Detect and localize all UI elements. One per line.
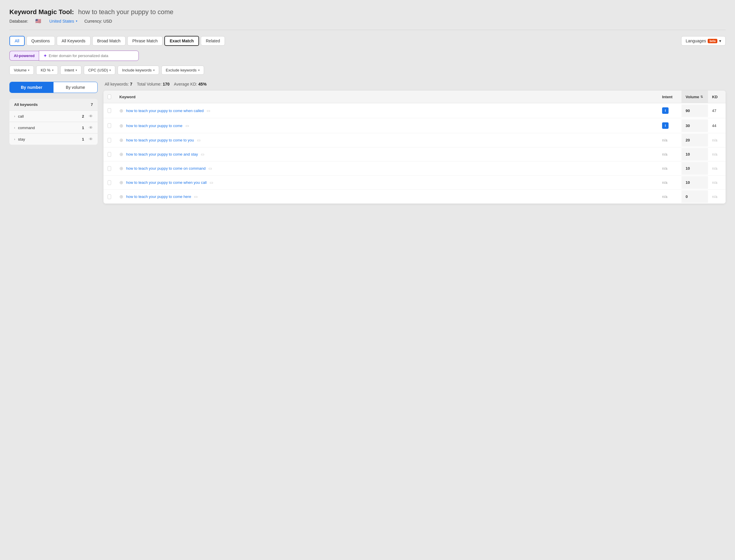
kd-cell: 44: [708, 119, 726, 132]
chevron-right-icon: ›: [14, 115, 15, 118]
table-row: ⊕ how to teach your puppy to come and st…: [104, 147, 726, 161]
volume-value: 20: [686, 138, 690, 142]
kd-value: n/a: [712, 152, 717, 156]
keyword-text: how to teach your puppy to come and stay: [126, 152, 198, 156]
keyword-cell: ⊕ how to teach your puppy to come on com…: [115, 161, 658, 175]
volume-cell: 20: [681, 134, 708, 146]
sidebar-item-label: call: [18, 114, 79, 119]
keyword-text: how to teach your puppy to come on comma…: [126, 166, 206, 171]
row-select-checkbox[interactable]: [108, 180, 111, 185]
db-country-link[interactable]: United States ▾: [49, 19, 77, 24]
sort-buttons: By number By volume: [9, 82, 98, 93]
intent-cell: n/a: [658, 162, 681, 175]
page-title: Keyword Magic Tool: how to teach your pu…: [9, 8, 726, 16]
tab-phrase-match[interactable]: Phrase Match: [127, 36, 163, 46]
flag-icon: 🇺🇸: [35, 18, 41, 24]
list-item[interactable]: › command 1 👁: [9, 122, 98, 134]
tab-related[interactable]: Related: [201, 36, 225, 46]
ai-input-wrap[interactable]: ✦: [39, 51, 139, 61]
keyword-link[interactable]: ⊕ how to teach your puppy to come here ▭: [119, 194, 198, 199]
volume-value: 10: [686, 152, 690, 156]
all-keywords-value: 7: [130, 82, 132, 86]
avg-kd-label: Average KD:: [174, 82, 199, 86]
row-checkbox[interactable]: [104, 134, 115, 147]
intent-cell: I: [658, 103, 681, 118]
sidebar-item-count: 1: [82, 126, 84, 130]
keyword-cell: ⊕ how to teach your puppy to come to you…: [115, 133, 658, 147]
keyword-link[interactable]: ⊕ how to teach your puppy to come on com…: [119, 166, 212, 171]
sort-by-volume-button[interactable]: By volume: [54, 82, 97, 93]
intent-na: n/a: [662, 152, 667, 156]
page-icon: ▭: [197, 138, 201, 142]
sidebar-item-count: 2: [82, 114, 84, 119]
db-row: Database: 🇺🇸 United States ▾ Currency: U…: [9, 18, 726, 24]
intent-badge: I: [662, 107, 669, 114]
eye-icon[interactable]: 👁: [89, 114, 93, 119]
add-circle-icon: ⊕: [119, 123, 123, 129]
eye-icon[interactable]: 👁: [89, 125, 93, 130]
row-checkbox[interactable]: [104, 162, 115, 175]
tab-all-keywords[interactable]: All Keywords: [57, 36, 91, 46]
kd-cell: n/a: [708, 134, 726, 146]
keyword-cell: ⊕ how to teach your puppy to come ▭: [115, 119, 658, 133]
filters-row: Volume ▾ KD % ▾ Intent ▾ CPC (USD) ▾ Inc…: [9, 66, 726, 75]
row-checkbox[interactable]: [104, 190, 115, 203]
row-checkbox[interactable]: [104, 148, 115, 161]
intent-cell: n/a: [658, 148, 681, 161]
row-select-checkbox[interactable]: [108, 152, 111, 157]
filter-intent[interactable]: Intent ▾: [60, 66, 82, 75]
select-all-checkbox[interactable]: [108, 94, 111, 99]
kd-value: 44: [712, 124, 716, 128]
tab-languages[interactable]: Languages beta ▾: [681, 36, 726, 46]
keyword-link[interactable]: ⊕ how to teach your puppy to come when c…: [119, 108, 210, 114]
table-header: Keyword Intent Volume ⇅ KD: [104, 91, 726, 103]
keyword-link[interactable]: ⊕ how to teach your puppy to come when y…: [119, 180, 213, 185]
tab-questions[interactable]: Questions: [26, 36, 55, 46]
sidebar-table: All keywords 7 › call 2 👁 › command 1 👁 …: [9, 99, 98, 145]
filter-include-keywords[interactable]: Include keywords ▾: [118, 66, 159, 75]
keyword-link[interactable]: ⊕ how to teach your puppy to come ▭: [119, 123, 189, 129]
list-item[interactable]: › stay 1 👁: [9, 134, 98, 145]
chevron-right-icon: ›: [14, 138, 15, 141]
sidebar-item-count: 1: [82, 137, 84, 141]
tab-broad-match[interactable]: Broad Match: [92, 36, 126, 46]
eye-icon[interactable]: 👁: [89, 137, 93, 141]
tab-exact-match[interactable]: Exact Match: [164, 36, 199, 46]
filter-cpc[interactable]: CPC (USD) ▾: [84, 66, 115, 75]
volume-value: 30: [686, 124, 690, 128]
row-select-checkbox[interactable]: [108, 138, 111, 143]
row-select-checkbox[interactable]: [108, 166, 111, 171]
currency-label: Currency: USD: [84, 19, 112, 24]
page-icon: ▭: [201, 152, 204, 156]
th-checkbox: [104, 91, 115, 103]
th-volume[interactable]: Volume ⇅: [681, 91, 708, 103]
row-select-checkbox[interactable]: [108, 123, 111, 128]
keyword-link[interactable]: ⊕ how to teach your puppy to come and st…: [119, 151, 204, 157]
chevron-down-icon: ▾: [198, 69, 200, 72]
ai-powered-label: AI-powered: [9, 51, 39, 61]
volume-cell: 0: [681, 190, 708, 203]
list-item[interactable]: › call 2 👁: [9, 111, 98, 122]
row-select-checkbox[interactable]: [108, 108, 111, 113]
page-icon: ▭: [210, 180, 213, 185]
intent-cell: n/a: [658, 176, 681, 189]
filter-kd[interactable]: KD % ▾: [36, 66, 58, 75]
volume-cell: 10: [681, 148, 708, 161]
row-select-checkbox[interactable]: [108, 194, 111, 199]
kd-cell: n/a: [708, 176, 726, 189]
chevron-down-icon: ▾: [153, 69, 155, 72]
row-checkbox[interactable]: [104, 176, 115, 189]
volume-value: 10: [686, 166, 690, 171]
filter-volume[interactable]: Volume ▾: [9, 66, 34, 75]
keyword-link[interactable]: ⊕ how to teach your puppy to come to you…: [119, 137, 201, 143]
db-label: Database:: [9, 19, 28, 24]
intent-na: n/a: [662, 138, 667, 142]
row-checkbox[interactable]: [104, 119, 115, 132]
kd-value: 47: [712, 109, 716, 113]
filter-exclude-keywords[interactable]: Exclude keywords ▾: [161, 66, 204, 75]
sort-by-number-button[interactable]: By number: [10, 82, 54, 93]
row-checkbox[interactable]: [104, 104, 115, 117]
ai-domain-input[interactable]: [49, 54, 125, 58]
tab-all[interactable]: All: [9, 36, 25, 46]
chevron-down-icon: ▾: [76, 69, 77, 72]
